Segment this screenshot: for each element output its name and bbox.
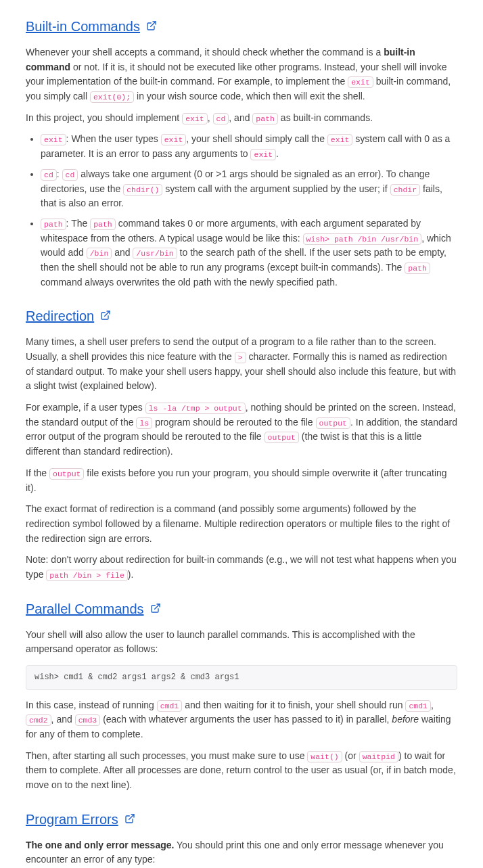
code-cmd1: cmd1	[405, 700, 431, 712]
paragraph: Many times, a shell user prefers to send…	[26, 335, 457, 394]
code-output: output	[316, 417, 350, 429]
heading-text: Program Errors	[26, 809, 118, 830]
code-wait: wait()	[307, 751, 342, 762]
code-waitpid: waitpid	[359, 751, 398, 762]
code-exit: exit	[250, 149, 276, 160]
paragraph: The one and only error message. You shou…	[26, 838, 457, 867]
code-output: output	[49, 468, 84, 480]
list-item: exit: When the user types exit, your she…	[41, 132, 457, 161]
code-chdirfn: chdir()	[123, 184, 162, 196]
heading-redirection[interactable]: Redirection	[26, 306, 457, 327]
code-cmd2: cmd2	[26, 714, 51, 726]
anchor-link-icon[interactable]	[124, 809, 136, 830]
list-item: cd: cd always take one argument (0 or >1…	[41, 167, 457, 211]
code-bin: /bin	[87, 248, 112, 259]
heading-errors[interactable]: Program Errors	[26, 809, 457, 830]
code-exit: exit	[182, 113, 208, 124]
code-exit0: exit(0);	[90, 91, 134, 103]
paragraph: Whenever your shell accepts a command, i…	[26, 45, 457, 104]
code-cmd1: cmd1	[157, 700, 183, 712]
builtin-list: exit: When the user types exit, your she…	[26, 132, 457, 290]
anchor-link-icon[interactable]	[150, 599, 162, 620]
list-item: path: The path command takes 0 or more a…	[41, 216, 457, 290]
paragraph: The exact format of redirection is a com…	[26, 502, 457, 546]
paragraph: For example, if a user types ls -la /tmp…	[26, 401, 457, 459]
code-exit: exit	[348, 76, 373, 88]
anchor-link-icon[interactable]	[145, 16, 158, 37]
code-exit: exit	[161, 134, 187, 145]
paragraph: Note: don't worry about redirection for …	[26, 553, 457, 582]
code-cd: cd	[62, 169, 78, 181]
paragraph: In this project, you should implement ex…	[26, 111, 457, 126]
code-path: path	[90, 219, 116, 230]
code-path: path	[252, 113, 278, 124]
code-usrbin: /usr/bin	[133, 248, 177, 259]
code-wishpath: wish> path /bin /usr/bin	[303, 233, 422, 245]
svg-line-1	[105, 311, 110, 316]
paragraph: Then, after starting all such processes,…	[26, 749, 457, 793]
heading-text: Parallel Commands	[26, 599, 144, 620]
code-output: output	[264, 432, 299, 443]
anchor-link-icon[interactable]	[99, 306, 112, 327]
svg-line-2	[154, 604, 159, 609]
code-gt: >	[235, 352, 246, 363]
paragraph: Your shell will also allow the user to l…	[26, 628, 457, 657]
code-pathfile: path /bin > file	[46, 570, 127, 581]
heading-text: Redirection	[26, 306, 94, 327]
svg-line-0	[151, 22, 156, 26]
code-exit: exit	[327, 134, 353, 145]
code-lsla: ls -la /tmp > output	[145, 403, 246, 414]
paragraph: In this case, instead of running cmd1 an…	[26, 698, 457, 742]
code-chdir: chdir	[390, 184, 421, 196]
code-ls: ls	[136, 417, 152, 429]
code-path: path	[405, 262, 430, 274]
svg-line-3	[129, 815, 133, 819]
code-cd: cd	[41, 169, 57, 181]
code-cd: cd	[213, 113, 229, 124]
heading-parallel[interactable]: Parallel Commands	[26, 599, 457, 620]
heading-builtin[interactable]: Built-in Commands	[26, 16, 457, 37]
code-block-parallel: wish> cmd1 & cmd2 args1 args2 & cmd3 arg…	[26, 665, 457, 690]
heading-text: Built-in Commands	[26, 16, 140, 37]
code-cmd3: cmd3	[75, 714, 101, 726]
code-exit: exit	[41, 134, 66, 145]
code-path: path	[41, 219, 66, 230]
paragraph: If the output file exists before you run…	[26, 466, 457, 495]
